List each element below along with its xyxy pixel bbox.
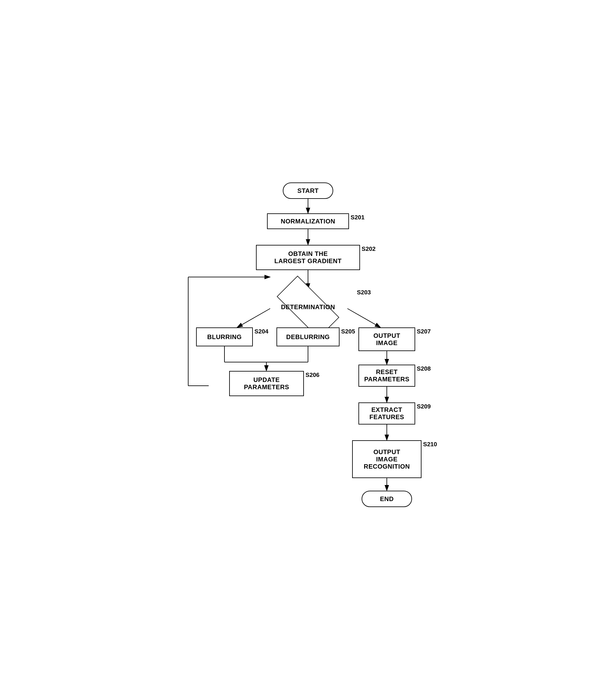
reset-params-node: RESETPARAMETERS: [358, 365, 415, 387]
deblurring-node: DEBLURRING: [276, 327, 340, 346]
step-s202: S202: [362, 246, 376, 252]
step-s201: S201: [351, 214, 364, 221]
determination-node: DETERMINATION: [261, 288, 355, 326]
obtain-gradient-node: OBTAIN THELARGEST GRADIENT: [256, 245, 360, 270]
flowchart-diagram: START NORMALIZATION S201 OBTAIN THELARGE…: [166, 176, 450, 523]
step-s208: S208: [417, 365, 431, 372]
step-s209: S209: [417, 403, 431, 410]
normalization-node: NORMALIZATION: [267, 213, 349, 229]
output-image-node: OUTPUTIMAGE: [358, 327, 415, 351]
step-s210: S210: [423, 441, 437, 448]
step-s203: S203: [357, 289, 371, 296]
end-node: END: [362, 491, 412, 507]
extract-features-node: EXTRACTFEATURES: [358, 403, 415, 424]
step-s207: S207: [417, 328, 431, 335]
start-node: START: [283, 183, 333, 199]
step-s205: S205: [341, 328, 355, 335]
blurring-node: BLURRING: [196, 327, 253, 346]
output-image-recognition-node: OUTPUTIMAGERECOGNITION: [352, 440, 421, 478]
step-s204: S204: [254, 328, 268, 335]
update-params-node: UPDATEPARAMETERS: [229, 371, 304, 396]
step-s206: S206: [305, 372, 319, 379]
